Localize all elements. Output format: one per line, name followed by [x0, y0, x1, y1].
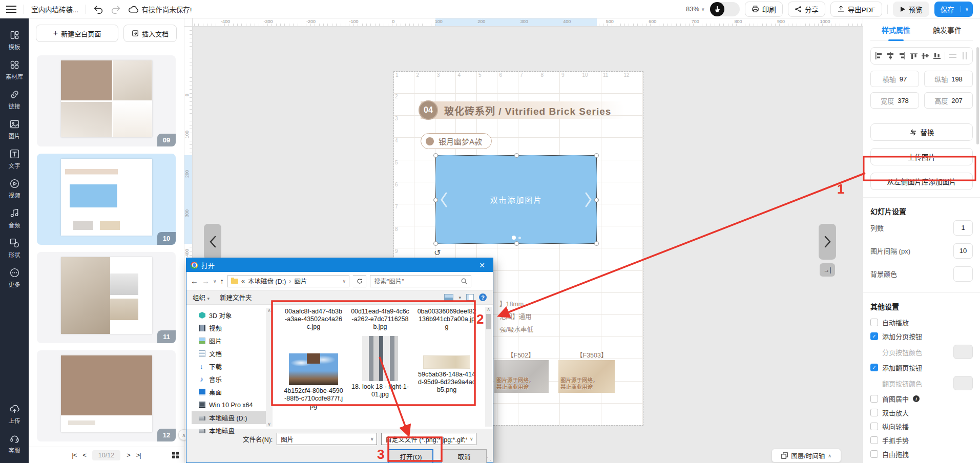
- export-pdf-button[interactable]: 导出PDF: [830, 2, 882, 17]
- sidebar-item[interactable]: 视频: [0, 174, 29, 204]
- checkbox[interactable]: [870, 319, 878, 326]
- sidebar-item[interactable]: 更多: [0, 263, 29, 293]
- tab-style-properties[interactable]: 样式属性: [880, 18, 912, 41]
- carousel-next-icon[interactable]: [585, 192, 592, 207]
- tree-item[interactable]: 桌面: [192, 386, 273, 398]
- cancel-button[interactable]: 取消: [442, 449, 487, 463]
- align-top-icon[interactable]: [910, 52, 918, 60]
- help-icon[interactable]: ?: [479, 293, 487, 301]
- tree-item[interactable]: 3D 对象: [192, 309, 273, 322]
- filename-combobox[interactable]: 图片∨: [277, 433, 377, 445]
- preview-button[interactable]: 预览: [893, 2, 929, 17]
- grid-view-icon[interactable]: [172, 452, 179, 458]
- align-center-vertical-icon[interactable]: [921, 52, 929, 60]
- color-swatch[interactable]: [953, 376, 973, 390]
- dialog-titlebar[interactable]: 打开 ✕: [186, 258, 493, 272]
- page-thumbnail[interactable]: 10: [37, 154, 176, 245]
- canvas-skip-to-end-button[interactable]: →|: [820, 263, 835, 277]
- file-item[interactable]: 4b152cf4-80be-4590-88f5-c710cdfe877f.jpg: [284, 336, 343, 410]
- pointer-mode-toggle[interactable]: [710, 2, 740, 16]
- resize-handle[interactable]: [433, 241, 438, 246]
- sidebar-item[interactable]: 音频: [0, 204, 29, 234]
- refresh-icon[interactable]: [353, 275, 366, 287]
- page-thumbnail[interactable]: 11: [37, 252, 176, 343]
- checkbox[interactable]: [870, 364, 878, 371]
- resize-handle[interactable]: [433, 153, 438, 158]
- file-item[interactable]: 00aafc8f-ad47-4b3b-a3ae-43502ac4a26c.jpg: [284, 308, 343, 331]
- zoom-control[interactable]: 83%∨: [686, 5, 705, 13]
- distribute-vertical-icon[interactable]: [961, 52, 969, 60]
- resize-grip[interactable]: ⋱: [487, 456, 491, 461]
- position-size-field[interactable]: 高度 207: [924, 92, 973, 109]
- sidebar-item[interactable]: 客服: [0, 429, 29, 459]
- checkbox[interactable]: [870, 395, 878, 403]
- slide-title[interactable]: 玻化砖系列 / Vitrified Brick Series 04: [421, 100, 624, 120]
- print-button[interactable]: 印刷: [745, 2, 783, 17]
- tab-trigger-events[interactable]: 触发事件: [931, 18, 964, 41]
- resize-handle[interactable]: [514, 153, 519, 158]
- align-left-icon[interactable]: [874, 52, 883, 60]
- new-folder-button[interactable]: 新建文件夹: [220, 292, 252, 302]
- insert-document-button[interactable]: 插入文档: [123, 25, 177, 42]
- resize-handle[interactable]: [514, 241, 519, 246]
- breadcrumb-dropdown-icon[interactable]: ∨: [343, 279, 346, 284]
- file-item[interactable]: 18. look 18 - right-1-01.jpg: [350, 336, 410, 410]
- tree-item[interactable]: 本地磁盘: [192, 424, 273, 437]
- position-size-field[interactable]: 宽度 378: [870, 92, 919, 109]
- breadcrumb[interactable]: « 本地磁盘 (D:) › 图片 ∨: [227, 275, 349, 287]
- canvas-prev-page-button[interactable]: [204, 224, 221, 260]
- redo-icon[interactable]: [111, 5, 121, 14]
- sidebar-item[interactable]: 文字: [0, 144, 29, 174]
- up-icon[interactable]: ↑: [220, 277, 224, 285]
- checkbox[interactable]: [870, 332, 878, 340]
- file-item[interactable]: 59c5ab36-148a-414d-95d9-6d23e9a4acb5.png: [417, 336, 476, 410]
- sidebar-item[interactable]: 形状: [0, 234, 29, 263]
- checkbox[interactable]: [870, 423, 878, 430]
- view-dropdown-icon[interactable]: ▾: [458, 295, 461, 300]
- resize-handle[interactable]: [594, 241, 599, 246]
- resize-handle[interactable]: [433, 198, 438, 202]
- preview-pane-icon[interactable]: [466, 294, 474, 301]
- layers-timeline-button[interactable]: 图层/时间轴 ∧: [772, 449, 841, 462]
- checkbox[interactable]: [870, 436, 878, 444]
- save-dropdown-caret[interactable]: ∨: [961, 6, 973, 12]
- checkbox[interactable]: [870, 450, 878, 458]
- tree-item[interactable]: 文档: [192, 347, 273, 360]
- replace-button[interactable]: 替换: [870, 123, 973, 141]
- distribute-horizontal-icon[interactable]: [949, 52, 957, 60]
- tree-item[interactable]: 音乐: [192, 373, 273, 386]
- canvas-next-page-button[interactable]: [819, 224, 836, 260]
- setting-value-input[interactable]: 1: [953, 220, 973, 236]
- tree-item[interactable]: Win 10 Pro x64: [192, 398, 273, 411]
- back-icon[interactable]: ←: [191, 277, 198, 285]
- checkbox[interactable]: [870, 409, 878, 416]
- panel-scrollbar[interactable]: [976, 47, 979, 144]
- hamburger-menu-icon[interactable]: [6, 5, 16, 13]
- breadcrumb-segment[interactable]: 本地磁盘 (D:): [248, 276, 286, 286]
- align-right-icon[interactable]: [898, 52, 906, 60]
- next-page-icon[interactable]: >: [127, 451, 130, 459]
- filetype-combobox[interactable]: 自定义文件 (*.png;*.jpg;*.gif;*∨: [381, 433, 476, 445]
- align-center-horizontal-icon[interactable]: [886, 52, 894, 60]
- tile-image[interactable]: 图片源于网络，禁止商业用途: [494, 360, 549, 393]
- image-placeholder[interactable]: 双击添加图片 ↺: [435, 155, 597, 244]
- file-item[interactable]: 0ba00336069deef82136b941cb7a00a.jpg: [417, 308, 476, 331]
- rotate-handle-icon[interactable]: ↺: [434, 248, 441, 258]
- color-swatch[interactable]: [953, 345, 973, 359]
- save-button[interactable]: 保存 ∨: [934, 2, 973, 17]
- file-list-scrollbar[interactable]: ∧: [485, 307, 492, 427]
- search-input[interactable]: 搜索"图片": [370, 275, 471, 287]
- page-thumbnail[interactable]: 09: [37, 55, 176, 146]
- close-icon[interactable]: ✕: [471, 258, 493, 272]
- sidebar-item[interactable]: 链接: [0, 85, 29, 115]
- carousel-prev-icon[interactable]: [440, 192, 447, 207]
- open-button[interactable]: 打开(O): [388, 449, 433, 463]
- upload-image-button[interactable]: 上传图片: [870, 148, 973, 165]
- tree-item[interactable]: 下载: [192, 360, 273, 373]
- sidebar-item[interactable]: 模板: [0, 26, 29, 55]
- first-page-icon[interactable]: |<: [72, 451, 76, 459]
- tree-item[interactable]: 视频: [192, 322, 273, 334]
- new-blank-page-button[interactable]: + 新建空白页面: [36, 25, 118, 42]
- tree-scrollbar[interactable]: ∧∨: [266, 308, 273, 427]
- tile-image[interactable]: 图片源于网络，禁止商业用途: [558, 360, 615, 393]
